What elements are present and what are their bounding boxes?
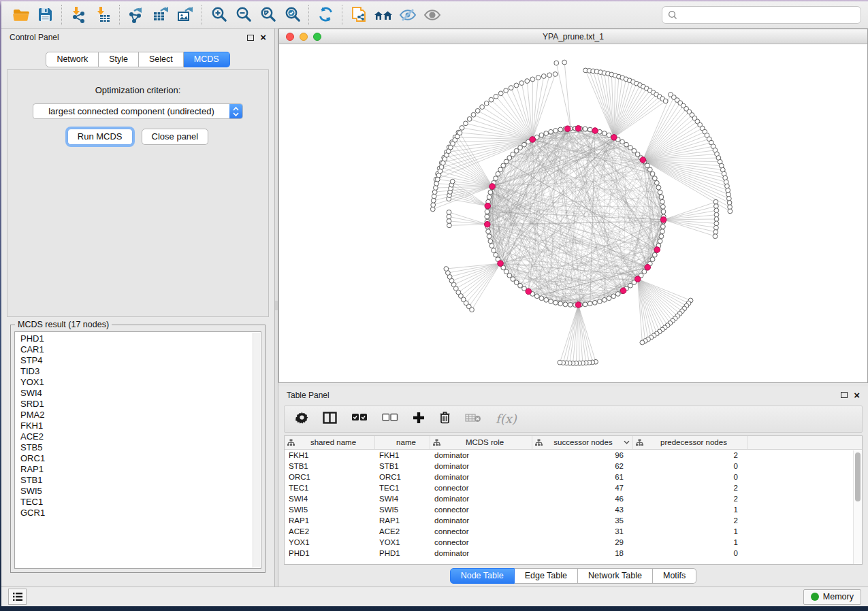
cell-successor_nodes: 43: [532, 506, 633, 514]
close-panel-icon[interactable]: ×: [260, 34, 266, 41]
export-image-button[interactable]: [173, 4, 197, 26]
tab-network[interactable]: Network: [46, 52, 99, 67]
table-row[interactable]: YOX1YOX1connector291: [285, 537, 862, 548]
mcds-result-item[interactable]: SWI5: [15, 486, 261, 497]
show-task-history-button[interactable]: [8, 589, 27, 605]
export-network-button[interactable]: [124, 4, 148, 26]
table-scrollbar-thumb[interactable]: [855, 452, 861, 501]
add-column-button[interactable]: [413, 412, 425, 427]
network-search[interactable]: [662, 6, 861, 24]
table-row[interactable]: RAP1RAP1dominator352: [285, 515, 862, 526]
cell-shared_name: SWI5: [285, 506, 375, 514]
show-all-button[interactable]: [420, 4, 445, 26]
table-scrollbar[interactable]: [853, 450, 862, 564]
delete-table-button[interactable]: [465, 413, 481, 425]
column-header-successor-nodes[interactable]: successor nodes: [532, 436, 633, 449]
minimize-window-icon[interactable]: [300, 33, 308, 41]
first-neighbors-button[interactable]: [371, 4, 396, 26]
memory-button[interactable]: Memory: [803, 589, 861, 605]
cell-successor_nodes: 46: [532, 495, 633, 503]
table-options-gear-button[interactable]: [295, 411, 308, 427]
apply-layout-button[interactable]: [313, 4, 338, 26]
open-file-button[interactable]: [8, 4, 33, 26]
column-header-shared-name[interactable]: shared name: [285, 436, 375, 449]
toolbar-separator: [342, 5, 342, 25]
delete-column-button[interactable]: [439, 411, 451, 427]
export-table-button[interactable]: [148, 4, 173, 26]
mcds-result-item[interactable]: YOX1: [15, 377, 261, 388]
sort-desc-icon: [624, 440, 630, 444]
optimization-criterion-select[interactable]: largest connected component (undirected): [33, 103, 243, 119]
zoom-selected-button[interactable]: [280, 4, 304, 26]
close-panel-button[interactable]: Close panel: [142, 129, 209, 145]
network-titlebar[interactable]: YPA_prune.txt_1: [279, 29, 867, 44]
run-mcds-button[interactable]: Run MCDS: [67, 129, 133, 145]
mcds-result-item[interactable]: CAR1: [15, 344, 261, 355]
import-network-button[interactable]: [66, 4, 91, 26]
mcds-result-item[interactable]: GCR1: [15, 508, 261, 518]
table-row[interactable]: SWI5SWI5connector431: [285, 504, 862, 515]
select-all-button[interactable]: [351, 413, 368, 425]
network-graph[interactable]: [279, 44, 867, 382]
close-window-icon[interactable]: [286, 33, 294, 41]
tab-edge-table[interactable]: Edge Table: [515, 568, 578, 584]
eye-slash-icon: [398, 6, 417, 24]
result-scrollbar[interactable]: [253, 333, 260, 567]
zoom-out-button[interactable]: [231, 4, 255, 26]
table-row[interactable]: STB1STB1dominator620: [285, 461, 862, 472]
mcds-result-item[interactable]: TEC1: [15, 497, 261, 508]
mcds-result-item[interactable]: TID3: [15, 366, 261, 377]
column-header-predecessor-nodes[interactable]: predecessor nodes: [633, 436, 748, 449]
table-row[interactable]: FKH1FKH1dominator962: [285, 450, 862, 461]
mcds-result-item[interactable]: SRD1: [15, 399, 261, 410]
vertical-splitter[interactable]: [274, 29, 278, 587]
duplicate-network-icon: [349, 5, 368, 24]
cell-predecessor_nodes: 2: [633, 484, 748, 492]
mcds-result-item[interactable]: RAP1: [15, 464, 261, 475]
main-toolbar: [1, 1, 868, 29]
new-network-from-selection-button[interactable]: [347, 4, 371, 26]
mcds-result-item[interactable]: PHD1: [15, 333, 261, 344]
cell-mcds_role: dominator: [430, 451, 532, 459]
splitter-grip[interactable]: [275, 301, 278, 310]
tab-node-table[interactable]: Node Table: [450, 568, 515, 584]
mcds-result-item[interactable]: SWI4: [15, 388, 261, 399]
close-panel-icon[interactable]: ×: [854, 392, 860, 399]
import-table-button[interactable]: [91, 4, 115, 26]
zoom-in-button[interactable]: [206, 4, 231, 26]
tab-mcds[interactable]: MCDS: [184, 52, 230, 67]
function-builder-button[interactable]: f(x): [496, 412, 517, 426]
float-panel-icon[interactable]: [247, 35, 254, 41]
mcds-result-item[interactable]: ORC1: [15, 453, 261, 464]
mcds-result-list[interactable]: PHD1CAR1STP4TID3YOX1SWI4SRD1PMA2FKH1ACE2…: [14, 331, 261, 569]
tab-style[interactable]: Style: [99, 52, 139, 67]
save-session-button[interactable]: [33, 4, 57, 26]
table-row[interactable]: SWI4SWI4dominator462: [285, 493, 862, 504]
mcds-result-item[interactable]: STB1: [15, 475, 261, 486]
tab-motifs[interactable]: Motifs: [653, 568, 696, 584]
tab-select[interactable]: Select: [139, 52, 184, 67]
network-canvas[interactable]: [279, 44, 867, 382]
unselect-all-button[interactable]: [382, 413, 398, 425]
cell-successor_nodes: 47: [532, 484, 633, 492]
search-input[interactable]: [681, 10, 855, 20]
table-row[interactable]: ACE2ACE2connector311: [285, 526, 862, 537]
cell-shared_name: STB1: [285, 462, 375, 470]
column-header-name[interactable]: name: [375, 436, 430, 449]
tab-network-table[interactable]: Network Table: [578, 568, 653, 584]
mcds-result-item[interactable]: FKH1: [15, 420, 261, 431]
mcds-result-item[interactable]: PMA2: [15, 410, 261, 420]
show-columns-button[interactable]: [323, 412, 337, 427]
mcds-result-item[interactable]: STB5: [15, 442, 261, 453]
column-header-MCDS-role[interactable]: MCDS role: [430, 436, 532, 449]
mcds-result-item[interactable]: STP4: [15, 355, 261, 366]
float-panel-icon[interactable]: [841, 392, 848, 398]
mcds-result-item[interactable]: ACE2: [15, 431, 261, 442]
hide-selected-button[interactable]: [396, 4, 420, 26]
zoom-in-icon: [210, 5, 228, 24]
table-row[interactable]: TEC1TEC1connector472: [285, 482, 862, 493]
table-row[interactable]: PHD1PHD1dominator180: [285, 548, 862, 559]
maximize-window-icon[interactable]: [313, 33, 321, 41]
table-row[interactable]: ORC1ORC1dominator610: [285, 472, 862, 482]
zoom-fit-button[interactable]: [255, 4, 280, 26]
